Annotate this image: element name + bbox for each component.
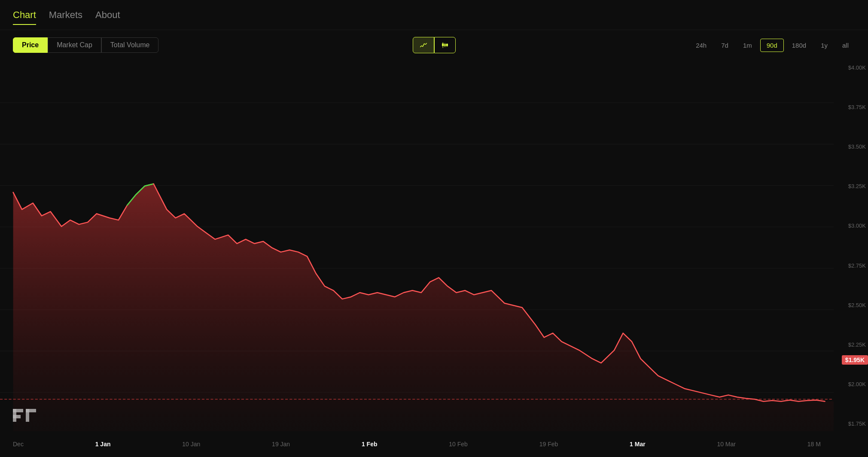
- y-label-375k: $3.75K: [836, 104, 866, 110]
- candlestick-chart-btn[interactable]: [434, 37, 456, 53]
- chart-container: $4.00K $3.75K $3.50K $3.25K $3.00K $2.75…: [0, 60, 868, 457]
- nav-chart[interactable]: Chart: [13, 6, 36, 24]
- metric-tabs: Price Market Cap Total Volume: [13, 37, 158, 53]
- line-chart-btn[interactable]: [413, 37, 434, 53]
- svg-rect-19: [13, 415, 21, 418]
- svg-rect-5: [446, 44, 448, 46]
- chart-area: [0, 60, 834, 431]
- y-label-4k: $4.00K: [836, 64, 866, 71]
- nav-markets[interactable]: Markets: [49, 6, 82, 24]
- time-range-buttons: 24h 7d 1m 90d 180d 1y all: [689, 39, 855, 52]
- time-24h[interactable]: 24h: [689, 39, 713, 52]
- x-label-19feb: 19 Feb: [539, 441, 558, 448]
- y-label-175k: $1.75K: [836, 420, 866, 427]
- x-label-1jan: 1 Jan: [95, 441, 111, 448]
- market-cap-tab[interactable]: Market Cap: [48, 37, 101, 53]
- svg-rect-21: [26, 409, 36, 412]
- chart-type-buttons: [413, 37, 456, 53]
- svg-marker-16: [13, 184, 834, 431]
- x-label-1feb: 1 Feb: [362, 441, 378, 448]
- current-price-badge: $1.95K: [842, 355, 868, 365]
- x-label-19jan: 19 Jan: [272, 441, 290, 448]
- x-label-1mar: 1 Mar: [630, 441, 646, 448]
- y-label-35k: $3.50K: [836, 143, 866, 150]
- x-label-dec: Dec: [13, 441, 24, 448]
- tradingview-logo: [13, 407, 39, 427]
- x-label-10mar: 10 Mar: [717, 441, 736, 448]
- time-1y[interactable]: 1y: [814, 39, 834, 52]
- y-axis: $4.00K $3.75K $3.50K $3.25K $3.00K $2.75…: [834, 60, 868, 431]
- price-tab[interactable]: Price: [13, 37, 48, 53]
- y-label-325k: $3.25K: [836, 183, 866, 189]
- toolbar: Price Market Cap Total Volume 24h 7d 1m …: [0, 30, 868, 60]
- y-label-2k: $2.00K: [836, 381, 866, 387]
- top-nav: Chart Markets About: [0, 0, 868, 30]
- svg-rect-1: [442, 44, 443, 46]
- time-180d[interactable]: 180d: [786, 39, 813, 52]
- y-label-3k: $3.00K: [836, 222, 866, 229]
- y-label-225k: $2.25K: [836, 341, 866, 348]
- time-7d[interactable]: 7d: [715, 39, 735, 52]
- time-all[interactable]: all: [836, 39, 855, 52]
- nav-about[interactable]: About: [95, 6, 120, 24]
- svg-rect-18: [13, 409, 23, 412]
- y-label-275k: $2.75K: [836, 262, 866, 269]
- price-chart: [0, 60, 834, 431]
- x-label-10feb: 10 Feb: [449, 441, 468, 448]
- x-label-18m: 18 M: [807, 441, 821, 448]
- total-volume-tab[interactable]: Total Volume: [101, 37, 159, 53]
- x-axis: Dec 1 Jan 10 Jan 19 Jan 1 Feb 10 Feb 19 …: [0, 431, 834, 457]
- time-90d[interactable]: 90d: [760, 39, 784, 52]
- time-1m[interactable]: 1m: [737, 39, 758, 52]
- y-label-25k: $2.50K: [836, 302, 866, 308]
- x-label-10jan: 10 Jan: [182, 441, 200, 448]
